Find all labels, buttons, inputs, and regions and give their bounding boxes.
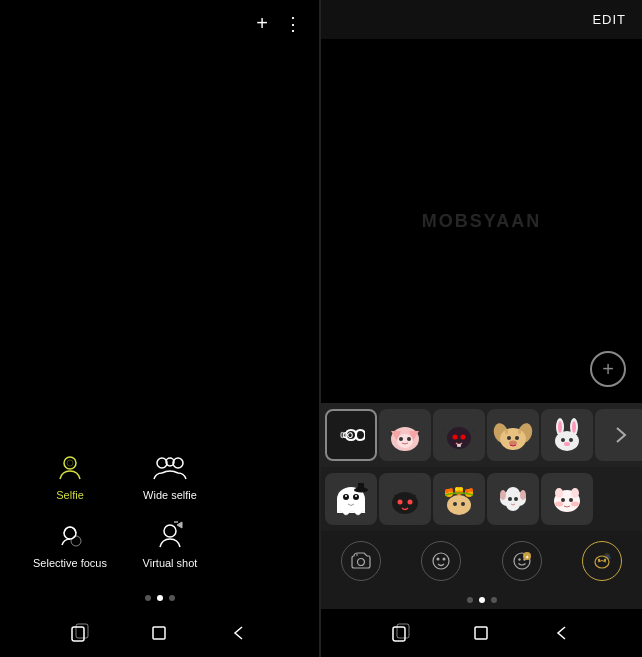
right-camera-view: MOBSYAAN + [321,39,642,403]
selfie-label: Selfie [56,489,84,501]
svg-rect-10 [153,627,165,639]
watermark: MOBSYAAN [422,211,541,232]
selfie-mode[interactable]: Selfie [20,441,120,509]
sticker-bat-face[interactable] [433,409,485,461]
svg-point-90 [598,559,600,561]
sticker-flower-crown[interactable] [433,473,485,525]
svg-point-76 [561,498,565,502]
svg-point-6 [71,536,81,546]
svg-point-59 [455,487,459,491]
svg-rect-96 [475,627,487,639]
selfie-icon [52,449,88,485]
svg-point-82 [437,558,440,561]
stickers-row-2 [321,467,642,531]
right-home-btn[interactable] [469,621,493,645]
left-recent-apps-btn[interactable] [68,621,92,645]
svg-point-71 [500,490,506,500]
svg-point-72 [520,490,526,500]
left-dot-3 [169,595,175,601]
emoji-button[interactable]: ✦ [502,541,542,581]
sticker-face-button[interactable] [421,541,461,581]
svg-point-68 [505,494,521,508]
active-sticker-button[interactable]: 🐾 [582,541,622,581]
svg-point-35 [561,438,565,442]
sticker-more[interactable] [595,409,642,461]
sticker-ghost[interactable] [325,473,377,525]
svg-point-36 [569,438,573,442]
sticker-dog-ears[interactable] [487,409,539,461]
left-nav-bar [0,609,319,657]
svg-point-34 [555,431,579,451]
svg-point-37 [564,442,570,446]
svg-point-52 [447,495,471,515]
svg-point-0 [64,457,76,469]
svg-point-24 [500,428,526,450]
svg-point-16 [399,437,403,441]
svg-point-46 [354,488,368,493]
svg-point-51 [408,500,413,505]
svg-point-85 [518,558,520,560]
wide-selfie-icon [152,449,188,485]
svg-point-56 [445,489,449,493]
svg-point-33 [572,421,576,433]
svg-point-81 [433,553,449,569]
add-content-button[interactable]: + [590,351,626,387]
virtual-shot-mode[interactable]: Virtual shot [120,509,220,577]
svg-point-79 [571,488,579,498]
svg-point-50 [398,500,403,505]
right-bottom-toolbar: ✦ 🐾 [321,531,642,591]
selective-focus-icon [52,517,88,553]
svg-rect-8 [72,627,84,641]
left-panel: + ⋮ Selfie [0,0,319,657]
left-top-bar: + ⋮ [0,0,319,47]
right-back-btn[interactable] [550,621,574,645]
svg-point-42 [345,495,347,497]
right-pagination [321,591,642,609]
svg-point-1 [67,460,73,466]
svg-point-80 [358,559,365,566]
svg-point-15 [397,434,413,448]
sticker-bunny-ears[interactable] [541,409,593,461]
svg-point-57 [449,488,453,492]
left-camera-view [0,47,319,431]
selective-focus-mode[interactable]: Selective focus [20,509,120,577]
sticker-cat-ears[interactable] [379,409,431,461]
camera-flip-button[interactable] [341,541,381,581]
virtual-shot-label: Virtual shot [143,557,198,569]
add-icon[interactable]: + [256,12,268,35]
svg-rect-28 [505,429,508,434]
left-dot-2 [157,595,163,601]
svg-point-78 [555,488,563,498]
sticker-infinity[interactable]: ∞ [325,409,377,461]
sticker-sheep[interactable] [487,473,539,525]
svg-point-91 [604,559,606,561]
right-recent-apps-btn[interactable] [389,621,413,645]
left-home-btn[interactable] [147,621,171,645]
svg-point-32 [558,421,562,433]
right-panel: EDIT MOBSYAAN + ∞ [321,0,642,657]
svg-point-20 [461,435,466,440]
svg-point-62 [465,489,469,493]
sticker-dark-animal[interactable] [379,473,431,525]
wide-selfie-label: Wide selfie [143,489,197,501]
svg-rect-94 [393,627,405,641]
selective-focus-label: Selective focus [33,557,107,569]
edit-button[interactable]: EDIT [592,12,626,27]
svg-point-53 [453,502,457,506]
svg-point-70 [514,497,518,501]
svg-rect-29 [518,429,521,434]
svg-point-7 [164,525,176,537]
left-back-btn[interactable] [227,621,251,645]
sticker-pink-cheeks[interactable] [541,473,593,525]
more-options-icon[interactable]: ⋮ [284,13,303,35]
wide-selfie-mode[interactable]: Wide selfie [120,441,220,509]
svg-point-74 [555,502,563,507]
svg-point-54 [461,502,465,506]
right-dot-2 [479,597,485,603]
svg-point-19 [453,435,458,440]
svg-point-43 [355,495,357,497]
svg-point-25 [507,436,511,440]
svg-point-75 [571,502,579,507]
svg-point-69 [508,497,512,501]
svg-point-77 [569,498,573,502]
